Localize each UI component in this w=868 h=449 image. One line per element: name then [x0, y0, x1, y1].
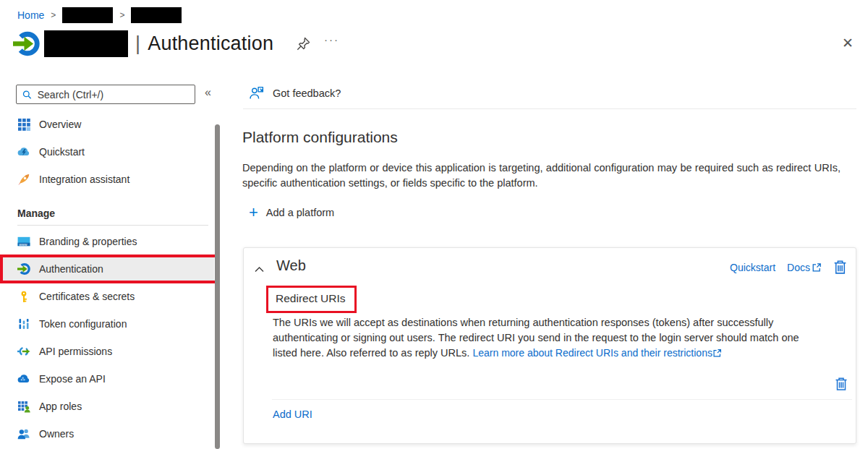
sidebar-item-label: Expose an API: [39, 373, 106, 385]
cloud-icon: [17, 372, 30, 385]
add-platform-label: Add a platform: [266, 207, 334, 218]
web-card-actions: Quickstart Docs: [730, 260, 847, 275]
sidebar-collapse-button[interactable]: «: [205, 86, 211, 99]
close-icon[interactable]: ✕: [842, 35, 854, 51]
sidebar-divider: [17, 225, 208, 226]
more-options-button[interactable]: ···: [324, 33, 339, 46]
plus-icon: +: [249, 205, 258, 220]
chevron-up-icon[interactable]: [255, 262, 264, 275]
redacted-breadcrumb-item[interactable]: [62, 7, 113, 23]
page-title-bar: |Authentication: [13, 30, 273, 57]
api-permissions-icon: [17, 345, 30, 358]
sidebar-item-integration-assistant[interactable]: Integration assistant: [0, 166, 214, 193]
breadcrumb: Home > >: [17, 7, 182, 23]
sidebar-item-api-permissions[interactable]: API permissions: [0, 338, 214, 365]
delete-platform-button[interactable]: [833, 260, 847, 275]
sidebar-nav-manage: www Branding & properties Authentication: [0, 228, 214, 448]
got-feedback-button[interactable]: Got feedback?: [250, 86, 341, 100]
external-link-icon: [812, 262, 822, 273]
sidebar-item-label: Owners: [39, 428, 74, 440]
add-uri-link[interactable]: Add URI: [273, 409, 312, 420]
sidebar-item-label: App roles: [39, 401, 82, 412]
sidebar-item-label: Branding & properties: [39, 236, 137, 247]
redacted-breadcrumb-item[interactable]: [131, 7, 182, 23]
svg-text:www: www: [19, 242, 27, 247]
got-feedback-label: Got feedback?: [273, 87, 341, 99]
overview-icon: [17, 118, 30, 131]
sidebar-item-branding-properties[interactable]: www Branding & properties: [0, 228, 214, 255]
sidebar-manage-heading: Manage: [17, 208, 55, 219]
delete-uri-button[interactable]: [835, 377, 848, 391]
annotation-box-redirect-uris: Redirect URIs: [266, 286, 357, 313]
trash-icon: [835, 377, 848, 391]
sidebar-item-label: Authentication: [39, 263, 103, 275]
pin-icon: [295, 36, 311, 52]
pin-button[interactable]: [295, 36, 311, 55]
sidebar-nav-top: Overview Quickstart Integration assistan…: [0, 111, 214, 193]
sidebar-item-quickstart[interactable]: Quickstart: [0, 138, 214, 166]
title-separator: |: [135, 33, 140, 54]
sidebar-item-expose-an-api[interactable]: Expose an API: [0, 365, 214, 393]
page-title-text: Authentication: [148, 33, 273, 54]
learn-more-link[interactable]: Learn more about Redirect URIs and their…: [472, 347, 712, 359]
redirect-uris-description: The URIs we will accept as destinations …: [273, 315, 820, 361]
sidebar-item-label: Token configuration: [39, 318, 127, 330]
breadcrumb-separator: >: [51, 10, 56, 20]
feedback-icon: [250, 86, 265, 100]
web-platform-card: Web Quickstart Docs Redir: [243, 247, 856, 444]
toolbar-divider: [243, 108, 856, 109]
sidebar-item-label: API permissions: [39, 346, 112, 357]
quickstart-icon: [17, 145, 30, 158]
token-bars-icon: [17, 317, 30, 330]
sidebar-item-owners[interactable]: Owners: [0, 420, 214, 448]
breadcrumb-home-link[interactable]: Home: [17, 9, 44, 21]
sidebar-item-certificates-secrets[interactable]: Certificates & secrets: [0, 283, 214, 310]
docs-link-label: Docs: [787, 262, 810, 273]
trash-icon: [833, 260, 847, 275]
page-title: |Authentication: [135, 33, 273, 55]
owners-people-icon: [17, 427, 30, 440]
platform-configurations-title: Platform configurations: [242, 129, 398, 146]
key-icon: [17, 290, 30, 303]
rocket-icon: [17, 173, 30, 186]
sidebar-item-label: Quickstart: [39, 146, 85, 158]
redirect-uris-title: Redirect URIs: [276, 292, 345, 304]
docs-link[interactable]: Docs: [787, 262, 822, 273]
search-input[interactable]: [38, 89, 189, 101]
app-roles-icon: [17, 400, 30, 413]
app-registration-icon: [13, 30, 40, 57]
web-card-title: Web: [276, 257, 306, 274]
add-platform-button[interactable]: + Add a platform: [249, 205, 334, 220]
search-icon: [22, 90, 32, 100]
sidebar-item-label: Integration assistant: [39, 174, 129, 185]
sidebar-search: [16, 85, 195, 104]
platform-configurations-description: Depending on the platform or device this…: [242, 161, 841, 191]
redacted-app-name: [44, 30, 128, 57]
quickstart-link[interactable]: Quickstart: [730, 262, 775, 273]
sidebar-item-label: Overview: [39, 119, 81, 130]
sidebar-item-token-configuration[interactable]: Token configuration: [0, 310, 214, 338]
sidebar-item-app-roles[interactable]: App roles: [0, 393, 214, 420]
sidebar-scrollbar[interactable]: [215, 124, 220, 449]
sidebar-item-label: Certificates & secrets: [39, 291, 135, 302]
external-link-icon: [712, 348, 722, 358]
sidebar-item-authentication[interactable]: Authentication: [0, 255, 214, 283]
browser-window-icon: www: [17, 235, 30, 248]
breadcrumb-separator: >: [119, 10, 124, 20]
authentication-icon: [17, 262, 30, 275]
sidebar-item-overview[interactable]: Overview: [0, 111, 214, 138]
uri-row-divider: [272, 399, 852, 400]
